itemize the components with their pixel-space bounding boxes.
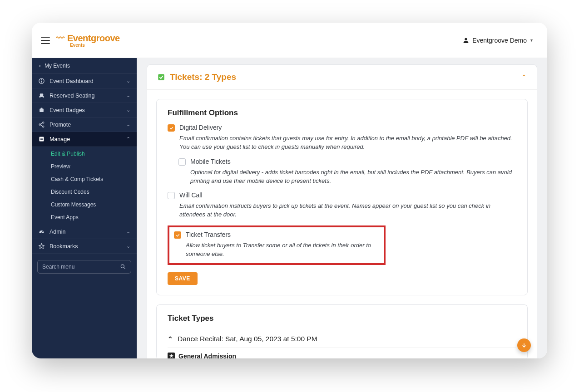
sidebar-item-label: Event Badges — [49, 107, 85, 113]
subnav-cash-comp-tickets[interactable]: Cash & Comp Tickets — [32, 173, 137, 186]
subnav-edit-publish[interactable]: Edit & Publish — [32, 147, 137, 160]
ticket-transfers-highlight: Ticket Transfers Allow ticket buyers to … — [168, 225, 386, 265]
sidebar-item-label: Event Dashboard — [49, 78, 94, 84]
mobile-tickets-checkbox[interactable] — [178, 158, 186, 166]
svg-line-14 — [40, 125, 43, 126]
sidebar-item-bookmarks[interactable]: Bookmarks ⌄ — [32, 239, 137, 254]
ticket-transfers-checkbox[interactable] — [174, 231, 181, 239]
chevron-down-icon: ⌄ — [126, 243, 130, 249]
svg-rect-6 — [40, 97, 40, 98]
svg-rect-8 — [40, 108, 44, 112]
mobile-tickets-desc: Optional for digital delivery - adds tic… — [190, 168, 516, 186]
chevron-left-icon: ‹ — [39, 63, 41, 69]
topbar: 〰 Eventgroove Events Eventgroove Demo ▾ — [32, 23, 547, 58]
menu-toggle-button[interactable] — [41, 37, 50, 44]
gauge-icon — [38, 228, 45, 235]
sidebar-item-admin[interactable]: Admin ⌄ — [32, 225, 137, 239]
main-content: Tickets: 2 Types ⌃ Fulfillment Options D… — [137, 58, 547, 358]
brand-subtext: Events — [70, 43, 120, 48]
share-icon — [38, 121, 45, 128]
sidebar-item-label: Manage — [49, 136, 70, 142]
ticket-type-event-row[interactable]: ⌃ Dance Recital: Sat, Aug 05, 2023 at 5:… — [168, 330, 516, 348]
arrow-down-icon — [521, 342, 527, 348]
digital-delivery-label: Digital Delivery — [179, 124, 222, 131]
sidebar-item-label: Promote — [49, 122, 71, 128]
seat-icon — [38, 92, 45, 99]
will-call-label: Will Call — [179, 191, 203, 199]
search-icon — [120, 264, 126, 270]
svg-rect-9 — [41, 108, 43, 109]
svg-rect-7 — [43, 97, 44, 98]
ticket-types-heading: Ticket Types — [168, 314, 516, 323]
sidebar-item-reserved-seating[interactable]: Reserved Seating ⌄ — [32, 88, 137, 103]
save-button[interactable]: SAVE — [168, 272, 198, 285]
search-placeholder: Search menu — [42, 264, 74, 270]
badge-icon — [38, 107, 45, 113]
svg-rect-22 — [158, 74, 164, 80]
user-icon — [462, 37, 470, 44]
chevron-up-icon: ⌃ — [126, 136, 130, 142]
subnav-discount-codes[interactable]: Discount Codes — [32, 186, 137, 198]
event-time: Sat, Aug 05, 2023 at 5:00 PM — [225, 335, 317, 343]
chevron-down-icon: ⌄ — [126, 229, 130, 235]
scroll-down-fab[interactable] — [517, 338, 531, 352]
ticket-types-section: Ticket Types ⌃ Dance Recital: Sat, Aug 0… — [156, 304, 528, 358]
tickets-card: Tickets: 2 Types ⌃ Fulfillment Options D… — [147, 64, 537, 358]
user-menu[interactable]: Eventgroove Demo ▾ — [462, 37, 533, 44]
sidebar-item-label: Admin — [49, 229, 65, 235]
chevron-down-icon: ⌄ — [126, 93, 130, 98]
svg-marker-19 — [39, 244, 44, 249]
ga-label: General Admission — [178, 353, 236, 358]
ticket-transfers-label: Ticket Transfers — [186, 231, 231, 238]
subnav-preview[interactable]: Preview — [32, 160, 137, 173]
brand-logo[interactable]: 〰 Eventgroove Events — [56, 33, 120, 48]
tickets-card-title: Tickets: 2 Types — [170, 72, 236, 82]
sidebar-item-promote[interactable]: Promote ⌄ — [32, 118, 137, 132]
back-my-events[interactable]: ‹ My Events — [32, 58, 137, 74]
check-icon — [169, 126, 174, 131]
brand-name: Eventgroove — [67, 33, 120, 44]
svg-rect-5 — [40, 96, 44, 97]
sidebar-item-event-dashboard[interactable]: Event Dashboard ⌄ — [32, 74, 137, 88]
svg-rect-17 — [40, 139, 43, 140]
event-name: Dance Recital: — [178, 335, 223, 343]
sidebar-item-label: Bookmarks — [49, 243, 78, 250]
subnav-custom-messages[interactable]: Custom Messages — [32, 198, 137, 211]
svg-rect-4 — [40, 93, 44, 96]
chevron-down-icon: ⌄ — [126, 78, 130, 84]
ticket-transfers-desc: Allow ticket buyers to Transfer some or … — [186, 241, 379, 259]
ga-row[interactable]: ★ General Admission — [168, 353, 516, 358]
fulfillment-options-section: Fulfillment Options Digital Delivery Ema… — [156, 99, 528, 295]
chevron-down-icon: ⌄ — [126, 122, 130, 127]
fulfillment-heading: Fulfillment Options — [168, 108, 516, 118]
caret-down-icon: ▾ — [530, 38, 533, 43]
svg-point-20 — [121, 265, 124, 268]
info-icon — [38, 78, 45, 84]
svg-rect-16 — [40, 138, 43, 138]
subnav-event-apps[interactable]: Event Apps — [32, 211, 137, 224]
check-square-icon — [157, 73, 165, 81]
wave-icon: 〰 — [56, 34, 64, 43]
digital-delivery-checkbox[interactable] — [168, 124, 175, 132]
sidebar-item-label: Reserved Seating — [49, 93, 94, 99]
tickets-card-header[interactable]: Tickets: 2 Types ⌃ — [147, 65, 537, 90]
sidebar-item-event-badges[interactable]: Event Badges ⌄ — [32, 103, 137, 118]
sidebar-item-manage[interactable]: Manage ⌃ — [32, 132, 137, 147]
star-icon — [38, 243, 45, 250]
manage-icon — [38, 136, 45, 142]
check-icon — [175, 233, 180, 238]
back-label: My Events — [45, 63, 70, 69]
chevron-up-icon: ⌃ — [168, 335, 173, 343]
svg-line-21 — [124, 268, 125, 269]
will-call-checkbox[interactable] — [168, 192, 175, 199]
ticket-star-icon: ★ — [168, 353, 175, 358]
digital-delivery-desc: Email confirmation contains tickets that… — [179, 134, 516, 152]
sidebar: ‹ My Events Event Dashboard ⌄ Reserved S… — [32, 58, 137, 358]
manage-subnav: Edit & Publish Preview Cash & Comp Ticke… — [32, 147, 137, 225]
user-menu-label: Eventgroove Demo — [472, 37, 527, 44]
svg-point-0 — [465, 38, 467, 40]
chevron-up-icon: ⌃ — [521, 74, 527, 81]
svg-point-3 — [41, 79, 42, 80]
mobile-tickets-label: Mobile Tickets — [190, 158, 231, 165]
sidebar-search[interactable]: Search menu — [37, 260, 131, 274]
